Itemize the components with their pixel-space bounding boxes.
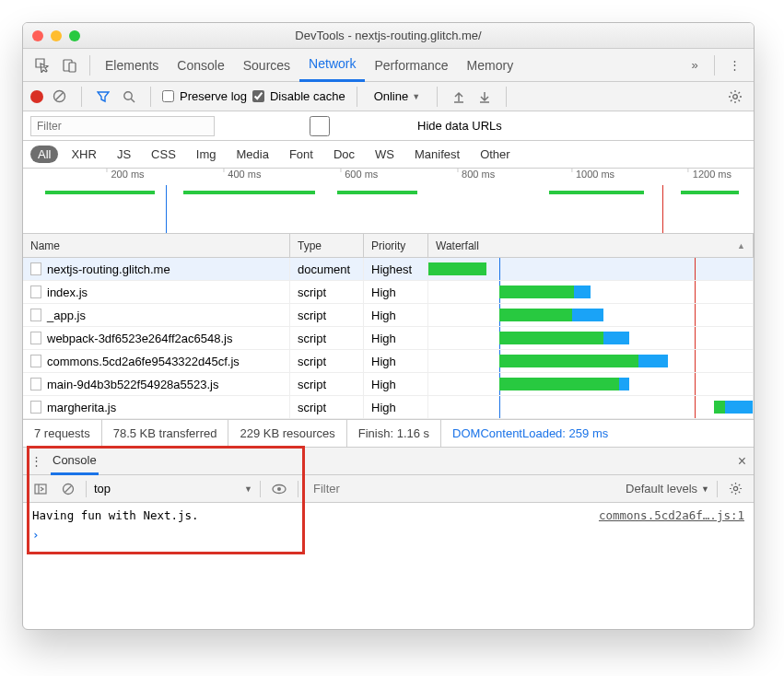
clear-icon[interactable]: [49, 89, 70, 103]
ruler-tick: 200 ms: [106, 169, 144, 172]
table-row[interactable]: _app.js script High: [23, 304, 754, 327]
tab-network[interactable]: Network: [299, 49, 365, 82]
network-overview[interactable]: 200 ms 400 ms 600 ms 800 ms 1000 ms 1200…: [23, 169, 754, 234]
type-filter-font[interactable]: Font: [282, 146, 321, 163]
type-filter-doc[interactable]: Doc: [326, 146, 362, 163]
waterfall-cell: [428, 373, 753, 395]
filter-icon[interactable]: [93, 90, 113, 103]
type-filter-css[interactable]: CSS: [144, 146, 183, 163]
overview-ruler: 200 ms 400 ms 600 ms 800 ms 1000 ms 1200…: [23, 169, 754, 185]
request-type: script: [290, 350, 364, 372]
header-waterfall[interactable]: Waterfall▲: [428, 234, 754, 257]
inspect-icon[interactable]: [30, 53, 54, 77]
type-filter-media[interactable]: Media: [228, 146, 275, 163]
console-sidebar-icon[interactable]: [30, 483, 51, 495]
device-toolbar-icon[interactable]: [58, 53, 82, 77]
request-name: margherita.js: [47, 401, 116, 414]
header-type[interactable]: Type: [290, 234, 364, 257]
chevron-down-icon: ▼: [412, 92, 420, 101]
chevron-down-icon: ▼: [244, 484, 252, 494]
preserve-log-label: Preserve log: [180, 89, 247, 103]
status-dcl: DOMContentLoaded: 259 ms: [441, 420, 619, 447]
console-context-select[interactable]: top ▼: [94, 482, 252, 495]
waterfall-cell: [428, 281, 753, 303]
console-filter-input[interactable]: [306, 482, 618, 495]
upload-har-icon[interactable]: [449, 90, 469, 103]
request-type: script: [290, 304, 364, 326]
waterfall-cell: [428, 396, 753, 418]
file-icon: [30, 332, 41, 344]
disable-cache-checkbox[interactable]: Disable cache: [252, 89, 345, 103]
live-expression-icon[interactable]: [268, 484, 290, 495]
type-filter-xhr[interactable]: XHR: [64, 146, 103, 163]
preserve-log-input[interactable]: [162, 90, 174, 102]
ruler-tick: 600 ms: [340, 169, 378, 172]
drawer-close-icon[interactable]: ×: [738, 453, 746, 470]
svg-point-12: [277, 487, 281, 491]
status-transferred: 78.5 KB transferred: [102, 420, 229, 447]
tab-console[interactable]: Console: [168, 49, 233, 82]
overflow-tabs-icon[interactable]: »: [683, 53, 707, 77]
tab-elements[interactable]: Elements: [96, 49, 168, 82]
network-settings-icon[interactable]: [724, 89, 746, 104]
sort-indicator-icon: ▲: [737, 241, 745, 251]
type-filter-other[interactable]: Other: [473, 146, 518, 163]
record-button[interactable]: [30, 90, 43, 103]
table-row[interactable]: main-9d4b3b522f54928a5523.js script High: [23, 373, 754, 396]
ruler-tick: 1000 ms: [571, 169, 614, 172]
table-header: Name Type Priority Waterfall▲: [23, 234, 754, 258]
svg-point-13: [733, 486, 737, 490]
type-filter-ws[interactable]: WS: [368, 146, 402, 163]
tab-memory[interactable]: Memory: [458, 49, 523, 82]
type-filter-all[interactable]: All: [30, 146, 58, 163]
ruler-tick: 800 ms: [457, 169, 495, 172]
table-row[interactable]: margherita.js script High: [23, 396, 754, 419]
type-filter-row: All XHR JS CSS Img Media Font Doc WS Man…: [23, 141, 754, 169]
request-type: script: [290, 396, 364, 418]
request-type: document: [290, 258, 364, 280]
svg-point-4: [124, 91, 132, 99]
request-name: commons.5cd2a6fe9543322d45cf.js: [47, 355, 240, 368]
console-log-area[interactable]: Having fun with Next.js. commons.5cd2a6f…: [23, 503, 754, 547]
waterfall-cell: [428, 350, 753, 372]
tab-performance[interactable]: Performance: [365, 49, 457, 82]
table-row[interactable]: webpack-3df6523e264ff2ac6548.js script H…: [23, 327, 754, 350]
type-filter-js[interactable]: JS: [110, 146, 138, 163]
request-name: _app.js: [47, 309, 86, 322]
console-levels-select[interactable]: Default levels ▼: [626, 482, 709, 495]
preserve-log-checkbox[interactable]: Preserve log: [162, 89, 247, 103]
drawer-header: ⋮ Console ×: [23, 448, 754, 475]
filter-input[interactable]: [30, 116, 215, 136]
console-settings-icon[interactable]: [725, 482, 746, 495]
download-har-icon[interactable]: [474, 90, 495, 103]
settings-menu-icon[interactable]: ⋮: [722, 53, 746, 77]
console-log-source-link[interactable]: commons.5cd2a6f….js:1: [599, 508, 744, 522]
throttling-value: Online: [374, 89, 409, 103]
throttling-select[interactable]: Online ▼: [369, 89, 427, 103]
console-clear-icon[interactable]: [58, 483, 78, 495]
type-filter-img[interactable]: Img: [189, 146, 224, 163]
console-input[interactable]: [52, 528, 236, 542]
request-priority: High: [364, 396, 428, 418]
disable-cache-input[interactable]: [252, 90, 264, 102]
table-row[interactable]: nextjs-routing.glitch.me document Highes…: [23, 258, 754, 281]
status-bar: 7 requests 78.5 KB transferred 229 KB re…: [23, 419, 754, 447]
svg-point-6: [733, 94, 738, 99]
hide-data-urls-checkbox[interactable]: Hide data URLs: [228, 116, 502, 136]
type-filter-manifest[interactable]: Manifest: [407, 146, 467, 163]
svg-line-10: [65, 485, 72, 492]
request-name: index.js: [47, 286, 88, 299]
search-icon[interactable]: [119, 90, 139, 103]
header-name[interactable]: Name: [23, 234, 290, 257]
waterfall-cell: [428, 304, 753, 326]
drawer-tab-console[interactable]: Console: [51, 448, 99, 475]
waterfall-cell: [428, 327, 753, 349]
drawer-menu-icon[interactable]: ⋮: [30, 454, 41, 468]
console-prompt[interactable]: ›: [32, 528, 744, 542]
header-priority[interactable]: Priority: [364, 234, 428, 257]
table-row[interactable]: index.js script High: [23, 281, 754, 304]
tab-sources[interactable]: Sources: [234, 49, 299, 82]
devtools-window: DevTools - nextjs-routing.glitch.me/ Ele…: [22, 22, 755, 630]
hide-data-urls-input[interactable]: [228, 116, 412, 136]
table-row[interactable]: commons.5cd2a6fe9543322d45cf.js script H…: [23, 350, 754, 373]
